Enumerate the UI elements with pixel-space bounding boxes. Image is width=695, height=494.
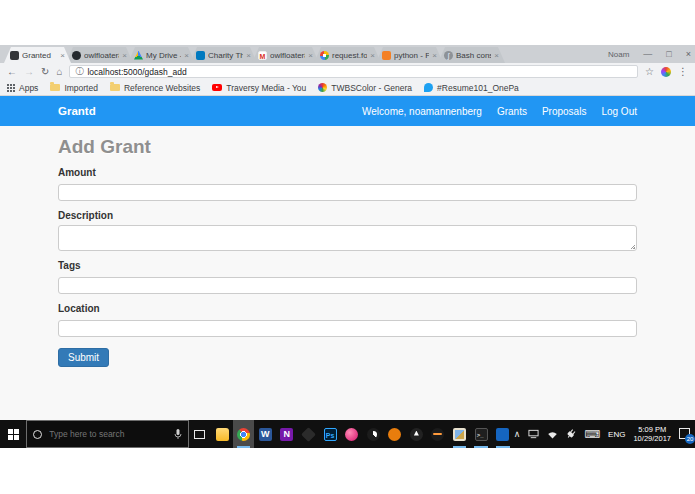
- tab-title: python - Flas: [394, 51, 429, 60]
- taskbar-krita[interactable]: [341, 420, 363, 448]
- bookmark-apps[interactable]: Apps: [7, 83, 38, 93]
- microphone-icon[interactable]: [174, 428, 182, 440]
- cortana-icon: [33, 430, 42, 439]
- bookmark-twbscolor[interactable]: TWBSColor - Genera: [318, 83, 412, 93]
- tab-granted[interactable]: Granted ×: [4, 47, 71, 63]
- touch-keyboard-icon[interactable]: ⌨: [584, 428, 600, 441]
- form-group-description: Description: [58, 210, 637, 251]
- taskbar-onenote[interactable]: N: [276, 420, 298, 448]
- taskbar-remote-desktop[interactable]: [492, 420, 514, 448]
- tray-pc-icon[interactable]: [528, 429, 539, 439]
- tab-charity-thing[interactable]: Charity Thing ×: [190, 47, 257, 63]
- back-icon[interactable]: ←: [7, 63, 17, 80]
- tab-close-icon[interactable]: ×: [494, 51, 499, 60]
- taskbar-word[interactable]: W: [254, 420, 276, 448]
- nav-grants[interactable]: Grants: [497, 106, 527, 117]
- site-info-icon[interactable]: ⓘ: [75, 66, 83, 77]
- tab-close-icon[interactable]: ×: [308, 51, 313, 60]
- tags-label: Tags: [58, 260, 637, 271]
- chrome-profile-name[interactable]: Noam: [608, 50, 629, 59]
- krita-icon: [345, 428, 358, 441]
- color-extension-icon[interactable]: [661, 67, 671, 77]
- home-icon[interactable]: ⌂: [56, 63, 62, 80]
- task-view-button[interactable]: [189, 420, 212, 448]
- tab-close-icon[interactable]: ×: [60, 51, 65, 60]
- forward-icon[interactable]: →: [24, 63, 34, 80]
- blender-icon: [388, 428, 401, 441]
- youtube-icon: [212, 84, 222, 91]
- tab-close-icon[interactable]: ×: [370, 51, 375, 60]
- github-favicon: [72, 51, 81, 60]
- tab-bash-console[interactable]: Bash console ×: [438, 47, 505, 63]
- tab-title: request.forms: [332, 51, 367, 60]
- nav-welcome[interactable]: Welcome, noamannenberg: [362, 106, 482, 117]
- taskbar-search[interactable]: [26, 420, 188, 448]
- tab-my-drive[interactable]: My Drive - Go ×: [128, 47, 195, 63]
- tab-close-icon[interactable]: ×: [184, 51, 189, 60]
- apps-grid-icon: [7, 84, 15, 92]
- tray-wifi-icon[interactable]: [547, 430, 558, 439]
- taskbar-unity[interactable]: [406, 420, 428, 448]
- trello-favicon: [196, 51, 205, 60]
- taskbar-fl-studio[interactable]: [427, 420, 449, 448]
- page-content: Add Grant Amount Description Tags: [0, 126, 695, 420]
- taskbar-photoshop[interactable]: Ps: [319, 420, 341, 448]
- taskbar-inkscape[interactable]: [298, 420, 320, 448]
- language-indicator[interactable]: ENG: [608, 430, 625, 439]
- bookmark-label: Traversy Media - You: [226, 83, 306, 93]
- form-group-amount: Amount: [58, 167, 637, 201]
- tab-github[interactable]: owlfloater898 ×: [66, 47, 133, 63]
- browser-menu-icon[interactable]: ⋮: [678, 63, 688, 80]
- task-view-icon: [194, 430, 205, 439]
- remote-desktop-icon: [496, 428, 509, 441]
- minimize-icon[interactable]: —: [643, 45, 652, 63]
- search-input[interactable]: [47, 428, 168, 440]
- form-group-tags: Tags: [58, 260, 637, 294]
- brand-grantd[interactable]: Grantd: [58, 105, 96, 117]
- amount-input[interactable]: [58, 184, 637, 201]
- nav-proposals[interactable]: Proposals: [542, 106, 586, 117]
- bookmark-imported[interactable]: Imported: [50, 83, 98, 93]
- bookmark-star-icon[interactable]: ☆: [645, 63, 654, 80]
- taskbar-chrome[interactable]: [233, 420, 255, 448]
- location-label: Location: [58, 303, 637, 314]
- taskbar-blender[interactable]: [384, 420, 406, 448]
- tab-gmail[interactable]: owlfloater898 ×: [252, 47, 319, 63]
- app-navbar: Grantd Welcome, noamannenberg Grants Pro…: [0, 96, 695, 126]
- taskbar-clock[interactable]: 5:09 PM 10/29/2017: [633, 425, 671, 443]
- bookmark-label: Reference Websites: [124, 83, 200, 93]
- windows-logo-icon: [8, 429, 19, 440]
- action-center-button[interactable]: 20: [679, 428, 692, 441]
- tab-title: Charity Thing: [208, 51, 243, 60]
- submit-button[interactable]: Submit: [58, 348, 109, 367]
- tab-python-flask[interactable]: python - Flas ×: [376, 47, 443, 63]
- tray-plug-icon[interactable]: [564, 427, 578, 441]
- twitter-icon: [424, 83, 433, 92]
- maximize-icon[interactable]: □: [666, 45, 671, 63]
- file-explorer-icon: [216, 428, 229, 441]
- screenshot: Granted × owlfloater898 × My Drive - Go …: [0, 0, 695, 494]
- bookmark-traversy-media[interactable]: Traversy Media - You: [212, 83, 306, 93]
- bookmark-resume101[interactable]: #Resume101_OnePa: [424, 83, 519, 93]
- clock-time: 5:09 PM: [633, 425, 671, 434]
- close-icon[interactable]: ×: [686, 45, 691, 63]
- bookmark-reference-websites[interactable]: Reference Websites: [110, 83, 200, 93]
- location-input[interactable]: [58, 320, 637, 337]
- tab-title: owlfloater898: [270, 51, 305, 60]
- tab-close-icon[interactable]: ×: [122, 51, 127, 60]
- taskbar-photos[interactable]: [449, 420, 471, 448]
- tab-close-icon[interactable]: ×: [432, 51, 437, 60]
- taskbar-file-explorer[interactable]: [211, 420, 233, 448]
- tags-input[interactable]: [58, 277, 637, 294]
- tab-request-forms[interactable]: request.forms ×: [314, 47, 381, 63]
- tray-chevron-up-icon[interactable]: ∧: [514, 429, 521, 439]
- address-bar[interactable]: ⓘ localhost:5000/gdash_add: [69, 65, 638, 78]
- refresh-icon[interactable]: ↻: [41, 63, 49, 80]
- tab-close-icon[interactable]: ×: [246, 51, 251, 60]
- chrome-icon: [237, 428, 250, 441]
- nav-log-out[interactable]: Log Out: [601, 106, 637, 117]
- taskbar-shotcut[interactable]: [362, 420, 384, 448]
- description-textarea[interactable]: [58, 225, 637, 251]
- taskbar-command-prompt[interactable]: [470, 420, 492, 448]
- start-button[interactable]: [0, 420, 26, 448]
